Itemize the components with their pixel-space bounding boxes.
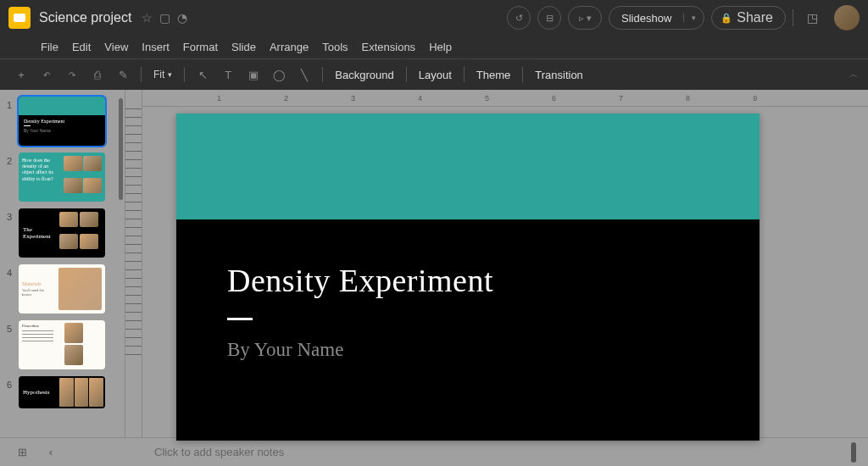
slide-thumb-row: 1 Density Experiment By Your Name	[3, 97, 121, 146]
theme-button[interactable]: Theme	[471, 69, 515, 81]
shape-button[interactable]: ◯	[268, 64, 290, 86]
line-button[interactable]: ╲	[293, 64, 315, 86]
menu-edit[interactable]: Edit	[65, 37, 97, 57]
transition-button[interactable]: Transition	[530, 69, 588, 81]
slide-panel: 1 Density Experiment By Your Name 2 How …	[0, 90, 125, 437]
slideshow-button-group: Slideshow ▾	[609, 6, 704, 30]
content-area: 1 Density Experiment By Your Name 2 How …	[0, 90, 868, 437]
textbox-button[interactable]: T	[217, 64, 239, 86]
paint-format-button[interactable]: ✎	[112, 64, 134, 86]
slide-thumb-row: 4 MaterialsYou'll need the basics	[3, 264, 121, 313]
titlebar: Science project ☆ ▢ ◔ ↺ ⊟ ▹ ▾ Slideshow …	[0, 0, 868, 36]
image-button[interactable]: ▣	[242, 64, 264, 86]
separator	[406, 67, 407, 82]
menu-format[interactable]: Format	[176, 37, 225, 57]
lock-icon: 🔒	[721, 13, 732, 24]
slides-logo[interactable]	[8, 7, 31, 29]
toolbar: + ↶ ↷ ⎙ ✎ Fit ▾ ↖ T ▣ ◯ ╲ Background Lay…	[0, 59, 868, 90]
slide-thumbnail-2[interactable]: How does the density of an object affect…	[19, 153, 105, 202]
layout-button[interactable]: Layout	[414, 69, 457, 81]
redo-button[interactable]: ↷	[61, 64, 83, 86]
title-band	[176, 114, 760, 219]
comments-button[interactable]: ⊟	[537, 6, 561, 30]
menu-arrange[interactable]: Arrange	[263, 37, 315, 57]
slide-number: 6	[3, 376, 15, 390]
slideshow-button[interactable]: Slideshow	[609, 12, 683, 25]
slideshow-dropdown[interactable]: ▾	[683, 14, 704, 22]
slide-number: 2	[3, 153, 15, 166]
slide-thumb-row: 3 The Experiment	[3, 208, 121, 258]
slide-thumbnail-6[interactable]: Hypothesis	[19, 376, 105, 408]
slide-thumbnail-1[interactable]: Density Experiment By Your Name	[19, 97, 105, 146]
new-slide-button[interactable]: +	[10, 64, 32, 86]
meet-button[interactable]: ▹ ▾	[568, 6, 602, 30]
zoom-select[interactable]: Fit ▾	[148, 69, 177, 80]
slide-number: 1	[3, 97, 15, 110]
slide-canvas[interactable]: Density Experiment By Your Name	[176, 114, 760, 441]
slide-thumb-row: 6 Hypothesis	[3, 376, 121, 408]
history-button[interactable]: ↺	[507, 6, 531, 30]
sidebar-scrollbar[interactable]	[119, 98, 123, 200]
separator	[522, 67, 523, 82]
share-button[interactable]: 🔒 Share	[711, 6, 786, 30]
menu-tools[interactable]: Tools	[315, 37, 354, 57]
star-icon[interactable]: ☆	[142, 11, 153, 25]
select-tool[interactable]: ↖	[192, 64, 214, 86]
horizontal-ruler: 1 2 3 4 5 6 7 8 9	[142, 90, 868, 107]
undo-button[interactable]: ↶	[36, 64, 58, 86]
slide-number: 5	[3, 320, 15, 334]
side-panel-toggle[interactable]: ◳	[800, 6, 824, 30]
menu-file[interactable]: File	[34, 37, 65, 57]
slide-thumbnail-5[interactable]: Procedure	[19, 320, 105, 369]
slide-thumbnail-3[interactable]: The Experiment	[19, 208, 105, 258]
collapse-toolbar-icon[interactable]: ︿	[849, 69, 858, 80]
background-button[interactable]: Background	[330, 69, 398, 81]
menu-insert[interactable]: Insert	[135, 37, 176, 57]
slide-subtitle[interactable]: By Your Name	[176, 320, 760, 361]
separator	[322, 67, 323, 82]
move-icon[interactable]: ▢	[159, 11, 170, 25]
print-button[interactable]: ⎙	[86, 64, 108, 86]
menu-slide[interactable]: Slide	[225, 37, 263, 57]
separator	[141, 67, 142, 82]
menu-extensions[interactable]: Extensions	[355, 37, 423, 57]
document-name[interactable]: Science project	[39, 10, 131, 25]
separator	[464, 67, 465, 82]
menubar: File Edit View Insert Format Slide Arran…	[0, 36, 868, 59]
speaker-notes-input[interactable]: Click to add speaker notes	[154, 446, 851, 458]
user-avatar[interactable]	[834, 5, 860, 31]
slide-thumbnail-4[interactable]: MaterialsYou'll need the basics	[19, 264, 105, 313]
slide-number: 4	[3, 264, 15, 278]
slide-number: 3	[3, 208, 15, 222]
cloud-status-icon[interactable]: ◔	[177, 11, 187, 25]
menu-help[interactable]: Help	[422, 37, 459, 57]
grid-view-button[interactable]: ⊞	[12, 442, 32, 463]
share-label: Share	[737, 10, 773, 25]
slide-title[interactable]: Density Experiment	[176, 219, 760, 299]
divider	[793, 9, 793, 26]
vertical-ruler	[125, 90, 142, 437]
slide-thumb-row: 2 How does the density of an object affe…	[3, 153, 121, 202]
explore-collapse-button[interactable]: ‹	[41, 442, 61, 463]
separator	[184, 67, 185, 82]
menu-view[interactable]: View	[97, 37, 135, 57]
canvas-area: 1 2 3 4 5 6 7 8 9 Density Experiment By …	[142, 90, 868, 437]
slide-thumb-row: 5 Procedure	[3, 320, 121, 369]
